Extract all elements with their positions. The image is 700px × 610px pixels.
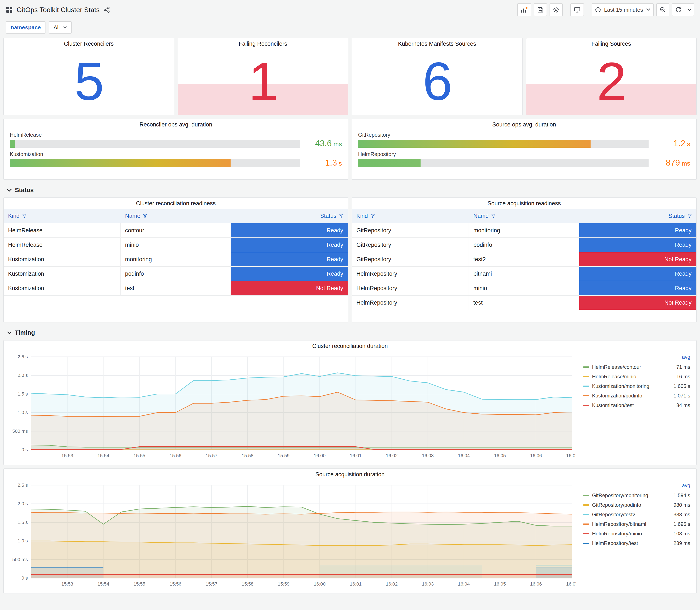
- series-color-icon: [583, 524, 589, 525]
- svg-text:1.0 s: 1.0 s: [18, 410, 28, 415]
- refresh-icon: [675, 6, 682, 13]
- cell-name: podinfo: [121, 267, 231, 281]
- filter-icon[interactable]: [687, 214, 692, 218]
- cell-name: test2: [469, 252, 579, 267]
- legend-series-name: HelmRepository/minio: [592, 531, 670, 537]
- svg-text:16:04: 16:04: [458, 581, 470, 587]
- panel-title: Source ops avg. duration: [352, 119, 696, 130]
- svg-text:16:03: 16:03: [422, 453, 434, 458]
- filter-icon[interactable]: [339, 214, 344, 218]
- legend-item-helmrepository-minio[interactable]: HelmRepository/minio 108 ms: [583, 529, 690, 539]
- svg-text:16:02: 16:02: [386, 581, 397, 587]
- filter-icon[interactable]: [22, 214, 27, 218]
- panel-cluster-reconciliation-readiness: Cluster reconciliation readiness KindNam…: [3, 197, 348, 322]
- time-range-picker[interactable]: Last 15 minutes: [592, 3, 654, 16]
- svg-text:16:00: 16:00: [314, 453, 325, 458]
- filter-icon[interactable]: [370, 214, 375, 218]
- row-header-timing[interactable]: Timing: [0, 326, 700, 340]
- gauge-fill: [10, 159, 231, 167]
- chevron-down-icon: [7, 189, 12, 192]
- cell-kind: HelmRelease: [4, 238, 121, 252]
- variable-label-namespace[interactable]: namespace: [6, 21, 46, 34]
- refresh-interval-dropdown[interactable]: [685, 3, 694, 16]
- legend-avg-value: 84 ms: [677, 402, 690, 408]
- column-header-kind[interactable]: Kind: [352, 209, 469, 223]
- svg-text:16:06: 16:06: [530, 453, 542, 458]
- series-color-icon: [583, 395, 589, 396]
- legend-series-name: HelmRelease/minio: [592, 374, 673, 380]
- variable-value-dropdown[interactable]: All: [49, 21, 71, 34]
- column-header-name[interactable]: Name: [469, 209, 579, 223]
- gauge-fill: [358, 140, 590, 148]
- legend-series-name: Kustomization/test: [592, 402, 673, 408]
- svg-text:2.0 s: 2.0 s: [18, 373, 28, 378]
- legend-item-helmrepository-bitnami[interactable]: HelmRepository/bitnami 1.695 s: [583, 519, 690, 529]
- svg-text:0 s: 0 s: [21, 575, 28, 581]
- legend-item-helmrelease-contour[interactable]: HelmRelease/contour 71 ms: [583, 362, 690, 372]
- refresh-button[interactable]: [672, 3, 685, 16]
- gauge-label: HelmRelease: [10, 132, 342, 138]
- status-badge: Not Ready: [579, 252, 696, 267]
- series-color-icon: [583, 543, 589, 544]
- panel-title: Cluster reconciliation duration: [4, 340, 696, 352]
- svg-text:15:55: 15:55: [133, 581, 145, 587]
- gauge-track: [10, 159, 300, 167]
- zoom-out-button[interactable]: [656, 3, 669, 16]
- cycle-view-mode-button[interactable]: [570, 3, 584, 16]
- time-series-chart[interactable]: 0 s500 ms1.0 s1.5 s2.0 s2.5 s15:5315:541…: [6, 352, 576, 462]
- add-panel-icon: [521, 6, 528, 13]
- stat-panel-failing-reconcilers: Failing Reconcilers 1: [178, 38, 348, 115]
- legend-avg-value: 71 ms: [677, 364, 690, 370]
- legend-item-gitrepository-monitoring[interactable]: GitRepository/monitoring 1.594 s: [583, 491, 690, 500]
- svg-text:16:03: 16:03: [422, 581, 434, 587]
- series-color-icon: [583, 376, 589, 377]
- add-panel-button[interactable]: [517, 3, 531, 16]
- filter-icon[interactable]: [143, 214, 147, 218]
- svg-text:16:00: 16:00: [314, 581, 325, 587]
- legend-item-kustomization-podinfo[interactable]: Kustomization/podinfo 1.071 s: [583, 391, 690, 400]
- cell-kind: GitRepository: [352, 252, 469, 267]
- column-header-status[interactable]: Status: [231, 209, 348, 223]
- cell-name: monitoring: [121, 252, 231, 267]
- save-dashboard-button[interactable]: [534, 3, 547, 16]
- filter-icon[interactable]: [491, 214, 496, 218]
- svg-text:15:56: 15:56: [169, 453, 181, 458]
- legend-item-gitrepository-test2[interactable]: GitRepository/test2 338 ms: [583, 510, 690, 519]
- row-header-status[interactable]: Status: [0, 183, 700, 197]
- stat-panel-kubernetes-manifests-sources: Kubernetes Manifests Sources 6: [352, 38, 523, 115]
- svg-text:15:57: 15:57: [206, 453, 217, 458]
- column-header-status[interactable]: Status: [579, 209, 696, 223]
- column-header-kind[interactable]: Kind: [4, 209, 121, 223]
- legend-sort-avg[interactable]: avg: [583, 354, 690, 362]
- dashboard-header: GitOps Toolkit Cluster Stats Last 15: [0, 0, 700, 19]
- zoom-out-icon: [660, 6, 666, 13]
- time-series-chart[interactable]: 0 s500 ms1.0 s1.5 s2.0 s2.5 s15:5315:541…: [6, 481, 576, 591]
- cell-kind: HelmRepository: [352, 267, 469, 281]
- legend-avg-value: 1.605 s: [673, 383, 690, 389]
- dashboard-settings-button[interactable]: [550, 3, 563, 16]
- cell-kind: Kustomization: [4, 281, 121, 296]
- legend-item-kustomization-monitoring[interactable]: Kustomization/monitoring 1.605 s: [583, 381, 690, 391]
- status-badge: Ready: [231, 267, 348, 281]
- variables-row: namespace All: [0, 19, 700, 38]
- legend-item-helmrepository-test[interactable]: HelmRepository/test 289 ms: [583, 539, 690, 548]
- legend-item-helmrelease-minio[interactable]: HelmRelease/minio 16 ms: [583, 372, 690, 381]
- legend-item-kustomization-test[interactable]: Kustomization/test 84 ms: [583, 400, 690, 410]
- legend-series-name: Kustomization/podinfo: [592, 393, 670, 399]
- gauge-fill: [358, 159, 421, 167]
- cell-name: test: [469, 296, 579, 310]
- column-header-name[interactable]: Name: [121, 209, 231, 223]
- svg-text:15:54: 15:54: [98, 581, 109, 587]
- panel-title: Reconciler ops avg. duration: [4, 119, 348, 130]
- gauge-value: 1.2 s: [654, 139, 690, 148]
- legend-avg-value: 1.594 s: [673, 493, 690, 498]
- legend-avg-value: 338 ms: [673, 512, 690, 517]
- share-icon[interactable]: [103, 6, 110, 13]
- svg-text:15:54: 15:54: [98, 453, 109, 458]
- dashboard: GitOps Toolkit Cluster Stats Last 15: [0, 0, 700, 601]
- dashboard-grid-icon[interactable]: [6, 6, 13, 13]
- panel-title: Cluster reconciliation readiness: [4, 198, 348, 209]
- legend-series-name: HelmRepository/test: [592, 540, 670, 546]
- legend-item-gitrepository-podinfo[interactable]: GitRepository/podinfo 980 ms: [583, 500, 690, 510]
- legend-sort-avg[interactable]: avg: [583, 482, 690, 491]
